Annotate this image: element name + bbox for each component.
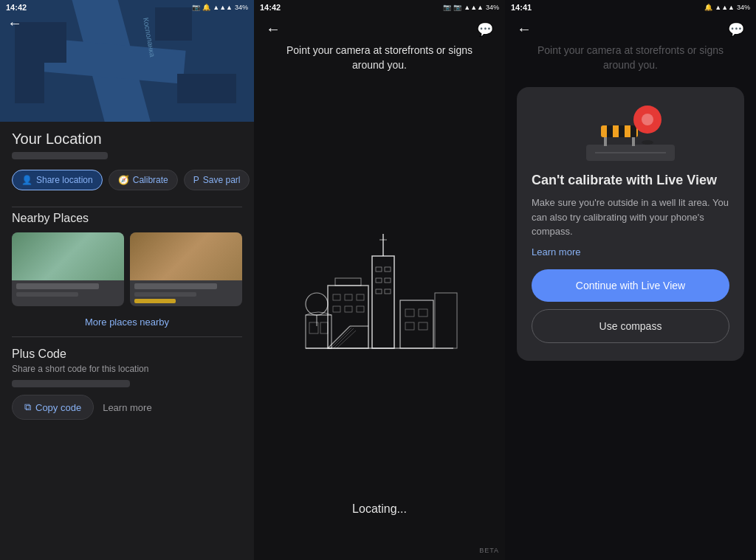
status-icons-2: 📷📷▲▲▲34% bbox=[443, 4, 499, 11]
calibrate-icon: 🧭 bbox=[118, 175, 129, 185]
calibrate-error-modal: Can't calibrate with Live View Make sure… bbox=[517, 87, 744, 361]
plus-code-section: Plus Code Share a short code for this lo… bbox=[12, 348, 242, 420]
panel2-message-icon[interactable]: 💬 bbox=[477, 21, 493, 38]
modal-illustration bbox=[586, 102, 675, 161]
nearby-places-title: Nearby Places bbox=[12, 212, 242, 225]
location-pin bbox=[633, 106, 662, 149]
svg-rect-16 bbox=[345, 306, 352, 312]
barrier bbox=[601, 125, 638, 146]
nearby-item-1-image bbox=[12, 232, 124, 280]
svg-rect-1 bbox=[372, 256, 394, 348]
panel1-content: Your Location 👤 Share location 🧭 Calibra… bbox=[0, 122, 254, 560]
nearby-item-2-sub bbox=[134, 292, 196, 297]
status-icons-3: 🔔▲▲▲34% bbox=[704, 4, 750, 11]
plus-code-title: Plus Code bbox=[12, 348, 242, 361]
map-back-button[interactable]: ← bbox=[7, 15, 22, 32]
svg-rect-6 bbox=[376, 278, 382, 283]
nearby-item-2-info bbox=[130, 280, 242, 306]
divider-1 bbox=[12, 207, 242, 207]
svg-point-36 bbox=[642, 140, 653, 145]
your-location-value bbox=[12, 152, 108, 159]
svg-rect-12 bbox=[333, 294, 340, 300]
nearby-item-1-sub bbox=[16, 292, 78, 297]
calibrate-button[interactable]: 🧭 Calibrate bbox=[109, 170, 178, 190]
svg-rect-17 bbox=[357, 306, 364, 312]
svg-rect-13 bbox=[345, 294, 352, 300]
status-bar-2: 14:42 📷📷▲▲▲34% bbox=[254, 0, 505, 15]
city-illustration bbox=[291, 212, 468, 374]
use-compass-button[interactable]: Use compass bbox=[532, 309, 729, 343]
action-buttons: 👤 Share location 🧭 Calibrate P Save parl bbox=[12, 170, 242, 190]
svg-rect-5 bbox=[385, 267, 391, 272]
nearby-item-2-tag bbox=[134, 299, 176, 303]
road-path bbox=[586, 145, 675, 161]
svg-rect-11 bbox=[335, 278, 361, 286]
modal-title: Can't calibrate with Live View bbox=[532, 173, 729, 188]
road-scene bbox=[586, 106, 675, 161]
time-2: 14:42 bbox=[260, 3, 281, 12]
barrier-stripes bbox=[601, 125, 638, 137]
status-icons-1: 📷🔔▲▲▲34% bbox=[192, 4, 248, 11]
nearby-item-1-info bbox=[12, 280, 124, 300]
barrier-leg-left bbox=[604, 137, 607, 146]
status-bar-1: 14:42 📷🔔▲▲▲34% bbox=[0, 0, 254, 15]
divider-2 bbox=[12, 336, 242, 337]
learn-more-link-1[interactable]: Learn more bbox=[103, 402, 151, 413]
share-icon: 👤 bbox=[21, 175, 32, 185]
time-1: 14:42 bbox=[6, 3, 27, 12]
plus-code-desc: Share a short code for this location bbox=[12, 364, 242, 374]
svg-rect-7 bbox=[385, 278, 391, 283]
svg-rect-9 bbox=[385, 289, 391, 294]
plus-code-actions: ⧉ Copy code Learn more bbox=[12, 395, 242, 420]
map-view: Косполанка 14:42 📷🔔▲▲▲34% ← bbox=[0, 0, 254, 122]
svg-rect-10 bbox=[328, 286, 368, 348]
svg-line-20 bbox=[331, 328, 351, 348]
panel2-bottom: Locating... bbox=[254, 502, 505, 560]
svg-rect-14 bbox=[357, 294, 364, 300]
svg-point-35 bbox=[642, 114, 653, 125]
barrier-legs bbox=[601, 137, 638, 146]
svg-rect-30 bbox=[419, 322, 427, 330]
modal-learn-more-link[interactable]: Learn more bbox=[532, 246, 580, 257]
nearby-item-2-name bbox=[134, 283, 217, 289]
svg-rect-15 bbox=[333, 306, 340, 312]
share-location-button[interactable]: 👤 Share location bbox=[12, 170, 103, 190]
more-places-link[interactable]: More places nearby bbox=[12, 312, 242, 332]
panel3-header: ← 💬 bbox=[505, 15, 756, 41]
panel3-subtitle: Point your camera at storefronts or sign… bbox=[505, 41, 756, 75]
panel2-header: ← 💬 bbox=[254, 15, 505, 41]
nearby-item-1-name bbox=[16, 283, 99, 289]
panel-location: Косполанка 14:42 📷🔔▲▲▲34% ← Your Locatio… bbox=[0, 0, 254, 560]
svg-rect-27 bbox=[405, 309, 414, 317]
panel2-back-button[interactable]: ← bbox=[266, 21, 281, 38]
svg-rect-29 bbox=[405, 322, 414, 330]
panel-live-view: 14:42 📷📷▲▲▲34% ← 💬 Point your camera at … bbox=[254, 0, 505, 560]
continue-live-view-button[interactable]: Continue with Live View bbox=[532, 269, 729, 302]
beta-label: BETA bbox=[479, 547, 499, 554]
status-bar-3: 14:41 🔔▲▲▲34% bbox=[505, 0, 756, 15]
panel3-message-icon[interactable]: 💬 bbox=[728, 21, 744, 38]
parking-icon: P bbox=[193, 175, 199, 185]
locating-text: Locating... bbox=[352, 502, 407, 538]
nearby-item-1[interactable] bbox=[12, 232, 124, 306]
svg-rect-4 bbox=[376, 267, 382, 272]
copy-code-button[interactable]: ⧉ Copy code bbox=[12, 395, 94, 420]
save-parking-button[interactable]: P Save parl bbox=[184, 170, 250, 190]
svg-rect-28 bbox=[419, 309, 427, 317]
pin-svg bbox=[633, 106, 662, 146]
svg-rect-33 bbox=[435, 293, 457, 348]
svg-rect-25 bbox=[320, 322, 328, 333]
modal-description: Make sure you're outside in a well lit a… bbox=[532, 196, 729, 239]
copy-icon: ⧉ bbox=[24, 401, 31, 413]
svg-line-21 bbox=[334, 328, 354, 348]
svg-point-31 bbox=[306, 293, 328, 315]
svg-rect-8 bbox=[376, 289, 382, 294]
panel2-illustration bbox=[254, 83, 505, 502]
panel3-back-button[interactable]: ← bbox=[517, 21, 532, 38]
nearby-places-grid bbox=[12, 232, 242, 306]
nearby-item-2[interactable] bbox=[130, 232, 242, 306]
panel-calibrate-error: 14:41 🔔▲▲▲34% ← 💬 Point your camera at s… bbox=[505, 0, 756, 560]
time-3: 14:41 bbox=[511, 3, 532, 12]
nearby-item-2-image bbox=[130, 232, 242, 280]
panel2-subtitle: Point your camera at storefronts or sign… bbox=[254, 41, 505, 75]
